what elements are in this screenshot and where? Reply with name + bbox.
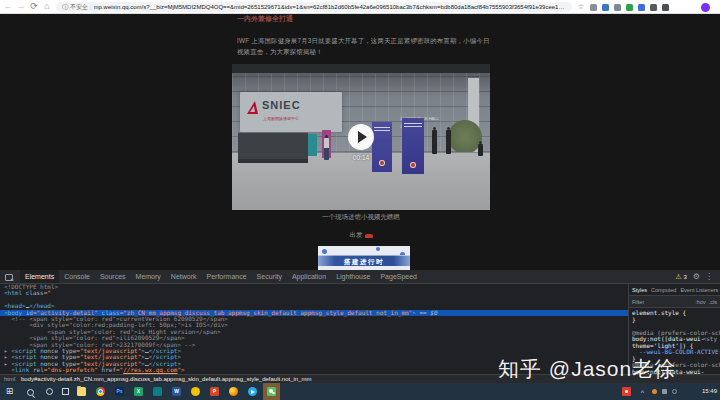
- depart-line: 出发: [232, 231, 490, 240]
- forward-icon[interactable]: →: [15, 0, 27, 14]
- extension-icon[interactable]: [638, 4, 645, 11]
- devtools-tabs: Elements Console Sources Memory Network …: [20, 270, 422, 283]
- taskbar-clock[interactable]: 15:49: [702, 383, 717, 400]
- warning-count: 3: [683, 274, 686, 280]
- warning-icon[interactable]: ⚠: [675, 273, 681, 281]
- tab-computed[interactable]: Computed: [651, 287, 676, 293]
- tab-performance[interactable]: Performance: [202, 270, 252, 283]
- banner-dot: [322, 249, 327, 254]
- powerpoint-icon[interactable]: P: [210, 387, 219, 396]
- home-icon[interactable]: ⌂: [41, 0, 53, 14]
- gear-icon[interactable]: ⚙: [693, 272, 700, 281]
- tab-pagespeed[interactable]: PageSpeed: [375, 270, 422, 283]
- taskbar: ⊞ Ps X W P ^ 15:49: [0, 383, 720, 400]
- tab-styles[interactable]: Styles: [632, 287, 647, 293]
- tab-security[interactable]: Security: [252, 270, 287, 283]
- address-bar[interactable]: ⓘ 不安全 | mp.weixin.qq.com/s?__biz=MjM5MDI…: [56, 2, 572, 12]
- inspect-element-icon[interactable]: [5, 274, 13, 281]
- tab-lighthouse[interactable]: Lighthouse: [331, 270, 375, 283]
- file-explorer-icon[interactable]: [77, 387, 86, 396]
- extension-icon[interactable]: [614, 4, 621, 11]
- video-caption: 一个现场进馆小视频先瞧瞧: [232, 213, 490, 222]
- extension-icon[interactable]: [602, 4, 609, 11]
- banner-ribbon: 搭建进行时: [318, 255, 410, 266]
- profile-avatar[interactable]: [701, 3, 710, 12]
- hov-toggle[interactable]: :hov: [695, 299, 705, 305]
- extensions-pin-icon[interactable]: [662, 4, 669, 11]
- tab-elements[interactable]: Elements: [20, 270, 59, 283]
- start-button[interactable]: ⊞: [5, 387, 14, 396]
- back-icon[interactable]: ←: [2, 0, 14, 14]
- tab-memory[interactable]: Memory: [131, 270, 166, 283]
- qq-icon[interactable]: [191, 387, 200, 396]
- breadcrumb-html[interactable]: html: [4, 376, 15, 382]
- bookmark-star-icon[interactable]: ☆: [576, 0, 586, 14]
- browser-toolbar: ← → ⟳ ⌂ ⓘ 不安全 | mp.weixin.qq.com/s?__biz…: [0, 0, 720, 14]
- wechat-icon[interactable]: [267, 387, 276, 396]
- styles-filter-input[interactable]: Filter: [632, 299, 695, 305]
- styles-pane-tabs: Styles Computed Event Listeners »: [629, 284, 720, 296]
- article-heading-tail: 一内外兼修全打通: [237, 14, 293, 24]
- address-divider: |: [90, 4, 92, 10]
- extension-icon[interactable]: [650, 4, 657, 11]
- play-button[interactable]: [348, 124, 374, 150]
- tray-app-icon[interactable]: [622, 387, 631, 396]
- firefox-icon[interactable]: [229, 387, 238, 396]
- tray-icon[interactable]: [652, 389, 657, 394]
- setup-banner-image: 搭建进行时: [318, 246, 410, 270]
- devtools-toolbar: Elements Console Sources Memory Network …: [0, 270, 720, 284]
- chrome-icon[interactable]: [96, 387, 105, 396]
- reload-icon[interactable]: ⟳: [28, 0, 40, 14]
- tray-icon[interactable]: [662, 389, 667, 394]
- task-view-icon[interactable]: [62, 388, 69, 395]
- article-page: 一内外兼修全打通 IWF 上海国际健身展7月3日就要盛大开幕了，这两天正是紧锣密…: [0, 14, 720, 270]
- telegram-icon[interactable]: [248, 387, 257, 396]
- kebab-menu-icon[interactable]: ⋮: [705, 272, 713, 281]
- extension-icon[interactable]: [590, 4, 597, 11]
- extension-icon[interactable]: [626, 4, 633, 11]
- cls-toggle[interactable]: .cls: [709, 299, 717, 305]
- screen: ← → ⟳ ⌂ ⓘ 不安全 | mp.weixin.qq.com/s?__biz…: [0, 0, 720, 400]
- security-label: 不安全: [70, 3, 88, 12]
- tab-console[interactable]: Console: [59, 270, 95, 283]
- devtools-toolbar-right: ⚠ 3 ⚙ ⋮: [675, 270, 718, 283]
- breadcrumb-body[interactable]: body#activity-detail.zh_CN.mm_appmsg.dis…: [21, 376, 312, 382]
- search-icon[interactable]: [27, 389, 34, 396]
- tray-icon[interactable]: [672, 389, 677, 394]
- photoshop-icon[interactable]: Ps: [115, 387, 124, 396]
- depart-text: 出发: [350, 231, 363, 238]
- video-player[interactable]: SNIEC 上海新国际博览中心 2# ENTRANCE HALL 2号入口大厅 …: [232, 64, 490, 210]
- styles-filter-bar: Filter :hov .cls: [629, 296, 720, 308]
- zhihu-watermark: 知乎 @Jason老徐: [498, 355, 676, 383]
- car-icon: [365, 234, 373, 238]
- url-text: mp.weixin.qq.com/s?__biz=MjM5MDI2MDQ4OQ=…: [94, 4, 566, 10]
- info-icon[interactable]: ⓘ: [62, 3, 68, 12]
- cortana-icon[interactable]: [46, 388, 53, 395]
- tab-network[interactable]: Network: [166, 270, 202, 283]
- teal-app-icon[interactable]: [153, 387, 162, 396]
- tab-application[interactable]: Application: [287, 270, 331, 283]
- banner-dot: [376, 247, 380, 251]
- tab-sources[interactable]: Sources: [95, 270, 131, 283]
- video-duration: 00:14: [232, 154, 490, 161]
- article-paragraph: IWF 上海国际健身展7月3日就要盛大开幕了，这两天正是紧锣密鼓的布置期，小编今…: [237, 35, 492, 57]
- excel-icon[interactable]: X: [134, 387, 143, 396]
- word-icon[interactable]: W: [172, 387, 181, 396]
- tab-event-listeners[interactable]: Event Listeners: [680, 287, 718, 293]
- tray-expand-icon[interactable]: ^: [638, 388, 647, 397]
